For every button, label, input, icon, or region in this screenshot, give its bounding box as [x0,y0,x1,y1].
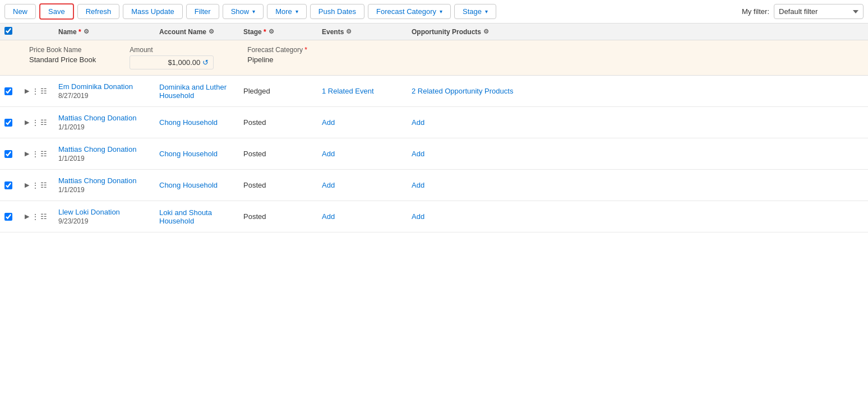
account-name-link[interactable]: Loki and Shouta Household [159,208,212,225]
push-dates-button[interactable]: Push Dates [310,4,364,19]
row-checkbox-cell [4,119,25,127]
opp-products-col-label: Opportunity Products [412,28,481,36]
new-button[interactable]: New [4,4,36,19]
kebab-menu-icon[interactable]: ⋮ [31,181,39,190]
amount-refresh-icon[interactable]: ↺ [202,58,209,67]
amount-label: Amount [130,46,214,54]
opportunity-name-link[interactable]: Mattias Chong Donation [58,176,159,185]
opportunity-products-link[interactable]: Add [412,212,424,221]
expand-arrow-icon[interactable]: ▶ [25,119,29,126]
toolbar: New Save Refresh Mass Update Filter Show… [0,0,868,24]
opportunity-date: 1/1/2019 [58,186,159,194]
account-name-link[interactable]: Chong Household [159,118,218,127]
row-select-checkbox[interactable] [4,119,12,127]
expand-arrow-icon[interactable]: ▶ [25,181,29,189]
events-col-label: Events [322,28,344,36]
kebab-menu-icon[interactable]: ⋮ [31,212,39,221]
opportunity-name-cell: Mattias Chong Donation 1/1/2019 [58,176,159,194]
header-opportunity-products: Opportunity Products ⚙ [412,28,864,36]
events-link[interactable]: Add [322,212,335,221]
opportunity-date: 1/1/2019 [58,155,159,162]
expand-arrow-icon[interactable]: ▶ [25,213,29,220]
refresh-button[interactable]: Refresh [77,4,120,19]
opportunity-products-cell: 2 Related Opportunity Products [412,87,864,95]
opportunity-date: 8/27/2019 [58,92,159,100]
forecast-category-button[interactable]: Forecast Category [368,4,451,19]
kebab-menu-icon[interactable]: ⋮ [31,87,39,96]
account-name-link[interactable]: Dominika and Luther Household [159,83,227,100]
stage-cell: Posted [243,150,322,158]
list-detail-icon[interactable]: ☷ [40,150,47,158]
opp-products-col-settings-icon[interactable]: ⚙ [483,28,489,35]
name-col-label: Name * [58,28,81,36]
row-checkbox-cell [4,87,25,95]
events-link[interactable]: Add [322,181,335,189]
row-controls: ▶ ⋮ ☷ [25,212,58,221]
forecast-category-label: Forecast Category * [247,46,307,54]
header-checkbox-cell [4,27,25,36]
account-name-col-settings-icon[interactable]: ⚙ [209,28,214,35]
row-select-checkbox[interactable] [4,213,12,221]
filter-button[interactable]: Filter [186,4,219,19]
stage-col-settings-icon[interactable]: ⚙ [269,28,274,35]
opportunity-name-link[interactable]: Mattias Chong Donation [58,145,159,153]
account-name-link[interactable]: Chong Household [159,150,218,158]
opportunity-products-cell: Add [412,212,864,221]
events-link[interactable]: Add [322,150,335,158]
row-checkbox-cell [4,213,25,221]
opportunity-name-link[interactable]: Em Dominika Donation [58,82,159,91]
opportunity-name-cell: Em Dominika Donation 8/27/2019 [58,82,159,100]
save-button[interactable]: Save [39,3,74,20]
opportunity-name-cell: Mattias Chong Donation 1/1/2019 [58,145,159,162]
header-name: Name * ⚙ [58,28,159,36]
list-detail-icon[interactable]: ☷ [40,181,47,189]
account-name-col-label: Account Name [159,28,206,36]
header-events: Events ⚙ [322,28,412,36]
opportunity-name-link[interactable]: Mattias Chong Donation [58,114,159,122]
opportunity-products-link[interactable]: Add [412,181,424,189]
kebab-menu-icon[interactable]: ⋮ [31,150,39,159]
account-name-cell: Chong Household [159,181,243,189]
amount-field: Amount $1,000.00 ↺ [130,46,214,69]
rows-container: ▶ ⋮ ☷ Em Dominika Donation 8/27/2019 Dom… [0,76,868,232]
row-controls: ▶ ⋮ ☷ [25,118,58,127]
stage-button[interactable]: Stage [454,4,496,19]
opportunity-name-link[interactable]: Llew Loki Donation [58,208,159,216]
row-select-checkbox[interactable] [4,87,12,95]
opportunity-products-link[interactable]: Add [412,118,424,127]
events-col-settings-icon[interactable]: ⚙ [346,28,352,35]
mass-update-button[interactable]: Mass Update [123,4,183,19]
account-name-link[interactable]: Chong Household [159,181,218,189]
events-link[interactable]: 1 Related Event [322,87,374,95]
show-button[interactable]: Show [223,4,264,19]
table-row: ▶ ⋮ ☷ Mattias Chong Donation 1/1/2019 Ch… [0,107,868,138]
row-controls: ▶ ⋮ ☷ [25,181,58,190]
opportunity-products-cell: Add [412,150,864,158]
filter-section: My filter: Default filter [742,4,864,19]
amount-input-box[interactable]: $1,000.00 ↺ [130,55,214,69]
row-select-checkbox[interactable] [4,181,12,189]
opportunity-date: 1/1/2019 [58,123,159,131]
row-select-checkbox[interactable] [4,150,12,158]
header-stage: Stage * ⚙ [243,28,322,36]
list-detail-icon[interactable]: ☷ [40,87,47,95]
expand-arrow-icon[interactable]: ▶ [25,87,29,95]
amount-value: $1,000.00 [168,58,200,67]
more-button[interactable]: More [267,4,307,19]
list-detail-icon[interactable]: ☷ [40,212,47,221]
stage-cell: Posted [243,212,322,221]
filter-select[interactable]: Default filter [774,4,864,19]
events-cell: Add [322,181,412,189]
kebab-menu-icon[interactable]: ⋮ [31,118,39,127]
opportunity-products-link[interactable]: 2 Related Opportunity Products [412,87,513,95]
opportunity-products-link[interactable]: Add [412,150,424,158]
opportunity-date: 9/23/2019 [58,217,159,225]
events-link[interactable]: Add [322,118,335,127]
list-detail-icon[interactable]: ☷ [40,118,47,127]
expand-arrow-icon[interactable]: ▶ [25,150,29,157]
account-name-cell: Chong Household [159,118,243,127]
select-all-checkbox[interactable] [4,27,12,35]
events-cell: Add [322,212,412,221]
stage-cell: Posted [243,118,322,127]
name-col-settings-icon[interactable]: ⚙ [84,28,89,35]
